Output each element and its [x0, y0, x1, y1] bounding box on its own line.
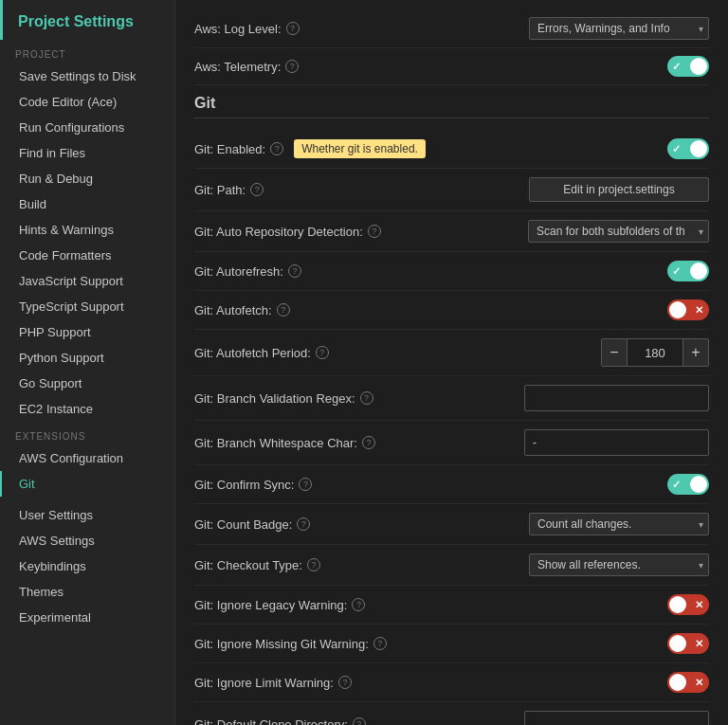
sidebar-item-javascript[interactable]: JavaScript Support: [0, 268, 174, 294]
git-branch-whitespace-label: Git: Branch Whitespace Char:: [194, 436, 357, 450]
main-content: Aws: Log Level: ? Errors, Warnings, and …: [175, 0, 728, 725]
toggle-knob: [669, 635, 686, 652]
git-enabled-tooltip: Whether git is enabled.: [294, 139, 426, 158]
git-section-header: Git: [194, 95, 709, 118]
git-auto-repo-dropdown-wrap: Scan for both subfolders of th ▾: [528, 220, 709, 243]
git-checkout-type-label: Git: Checkout Type:: [194, 558, 302, 572]
aws-telemetry-help-icon[interactable]: ?: [285, 60, 299, 73]
git-branch-validation-input[interactable]: [524, 385, 709, 411]
sidebar-section-project: PROJECT: [0, 40, 174, 63]
git-auto-repo-dropdown[interactable]: Scan for both subfolders of th: [528, 220, 709, 243]
git-branch-validation-help-icon[interactable]: ?: [360, 391, 373, 405]
toggle-knob: [669, 674, 686, 691]
git-default-clone-help-icon[interactable]: ?: [353, 717, 366, 725]
git-ignore-limit-toggle[interactable]: ✓ ✕: [667, 672, 709, 693]
git-checkout-type-help-icon[interactable]: ?: [307, 558, 320, 571]
sidebar-item-find-in-files[interactable]: Find in Files: [0, 140, 174, 166]
sidebar-item-hints-warnings[interactable]: Hints & Warnings: [0, 217, 174, 243]
git-count-badge-help-icon[interactable]: ?: [297, 517, 310, 531]
git-autofetch-period-help-icon[interactable]: ?: [316, 346, 329, 359]
toggle-knob: [690, 58, 707, 75]
sidebar-item-python[interactable]: Python Support: [0, 345, 174, 371]
git-autorefresh-toggle[interactable]: ✓ ✕: [667, 261, 709, 281]
toggle-check-icon: ✓: [672, 61, 681, 73]
git-autofetch-period-row: Git: Autofetch Period: ? − +: [194, 330, 709, 376]
git-branch-validation-label: Git: Branch Validation Regex:: [194, 391, 355, 406]
sidebar-item-code-formatters[interactable]: Code Formatters: [0, 243, 174, 268]
git-enabled-row: Git: Enabled: ? Whether git is enabled. …: [194, 130, 709, 169]
git-ignore-missing-row: Git: Ignore Missing Git Warning: ? ✓ ✕: [194, 625, 709, 663]
git-branch-whitespace-help-icon[interactable]: ?: [362, 436, 375, 449]
git-confirm-sync-help-icon[interactable]: ?: [299, 478, 312, 491]
git-autorefresh-help-icon[interactable]: ?: [288, 264, 301, 278]
sidebar-item-user-settings[interactable]: User Settings: [0, 502, 174, 528]
git-count-badge-dropdown-wrap: Count all changes. ▾: [529, 513, 709, 535]
aws-telemetry-toggle[interactable]: ✓ ✕: [667, 56, 709, 77]
sidebar-item-build[interactable]: Build: [0, 191, 174, 217]
toggle-check-icon: ✓: [672, 143, 681, 155]
git-default-clone-row: Git: Default Clone Directory: ?: [194, 702, 709, 725]
sidebar-item-go[interactable]: Go Support: [0, 371, 174, 396]
git-ignore-missing-help-icon[interactable]: ?: [373, 637, 387, 650]
git-path-help-icon[interactable]: ?: [250, 183, 264, 196]
aws-log-dropdown-wrap: Errors, Warnings, and Info ▾: [529, 17, 709, 40]
git-enabled-toggle[interactable]: ✓ ✕: [667, 138, 709, 159]
git-enabled-help-icon[interactable]: ?: [270, 142, 283, 155]
git-count-badge-dropdown[interactable]: Count all changes.: [529, 513, 709, 535]
git-ignore-legacy-toggle[interactable]: ✓ ✕: [667, 594, 709, 615]
git-branch-whitespace-row: Git: Branch Whitespace Char: ?: [194, 421, 709, 465]
git-enabled-label: Git: Enabled:: [194, 142, 265, 156]
aws-log-dropdown[interactable]: Errors, Warnings, and Info: [529, 17, 709, 40]
sidebar-item-aws-config[interactable]: AWS Configuration: [0, 445, 174, 471]
sidebar-item-git[interactable]: Git: [0, 471, 174, 497]
git-default-clone-label: Git: Default Clone Directory:: [194, 717, 348, 726]
git-checkout-dropdown-wrap: Show all references. ▾: [529, 553, 709, 576]
sidebar-item-code-editor[interactable]: Code Editor (Ace): [0, 89, 174, 115]
git-ignore-legacy-help-icon[interactable]: ?: [352, 598, 365, 611]
git-auto-repo-help-icon[interactable]: ?: [368, 225, 381, 238]
sidebar-item-php[interactable]: PHP Support: [0, 319, 174, 345]
git-autofetch-help-icon[interactable]: ?: [277, 303, 290, 317]
aws-log-help-icon[interactable]: ?: [286, 22, 300, 35]
aws-log-level-label: Aws: Log Level:: [194, 22, 282, 36]
toggle-x-icon: ✕: [695, 638, 703, 650]
git-ignore-limit-row: Git: Ignore Limit Warning: ? ✓ ✕: [194, 663, 709, 702]
git-checkout-dropdown[interactable]: Show all references.: [529, 553, 709, 576]
sidebar-item-save-settings[interactable]: Save Settings to Disk: [0, 63, 174, 89]
toggle-knob: [690, 263, 707, 280]
sidebar-title: Project Settings: [0, 0, 174, 40]
sidebar-item-keybindings[interactable]: Keybindings: [0, 553, 174, 579]
sidebar-item-experimental[interactable]: Experimental: [0, 605, 174, 630]
git-ignore-limit-help-icon[interactable]: ?: [338, 676, 352, 689]
git-branch-validation-row: Git: Branch Validation Regex: ?: [194, 376, 709, 421]
git-ignore-missing-toggle[interactable]: ✓ ✕: [667, 633, 709, 654]
toggle-knob: [690, 140, 707, 157]
git-autorefresh-row: Git: Autorefresh: ? ✓ ✕: [194, 252, 709, 291]
git-branch-whitespace-input[interactable]: [524, 429, 709, 456]
sidebar-item-typescript[interactable]: TypeScript Support: [0, 294, 174, 319]
toggle-x-icon: ✕: [695, 304, 703, 317]
sidebar-item-run-configurations[interactable]: Run Configurations: [0, 115, 174, 140]
git-count-badge-row: Git: Count Badge: ? Count all changes. ▾: [194, 504, 709, 545]
autofetch-period-decrease[interactable]: −: [602, 339, 627, 366]
git-count-badge-label: Git: Count Badge:: [194, 517, 292, 532]
git-ignore-legacy-label: Git: Ignore Legacy Warning:: [194, 598, 347, 612]
git-default-clone-input[interactable]: [524, 711, 709, 725]
git-confirm-sync-label: Git: Confirm Sync:: [194, 478, 294, 492]
sidebar-item-ec2[interactable]: EC2 Instance: [0, 396, 174, 422]
toggle-check-icon: ✓: [672, 265, 681, 278]
sidebar-item-run-debug[interactable]: Run & Debug: [0, 166, 174, 191]
git-confirm-sync-toggle[interactable]: ✓ ✕: [667, 474, 709, 495]
sidebar-item-aws-settings[interactable]: AWS Settings: [0, 528, 174, 553]
autofetch-period-input[interactable]: [627, 339, 683, 366]
git-autorefresh-label: Git: Autorefresh:: [194, 264, 283, 279]
toggle-x-icon: ✕: [695, 677, 703, 689]
git-autofetch-label: Git: Autofetch:: [194, 303, 272, 317]
git-autofetch-toggle[interactable]: ✓ ✕: [667, 299, 709, 320]
sidebar-section-extensions: EXTENSIONS: [0, 422, 174, 445]
edit-project-settings-button[interactable]: Edit in project.settings: [529, 177, 709, 202]
toggle-check-icon: ✓: [672, 479, 681, 491]
sidebar-item-themes[interactable]: Themes: [0, 579, 174, 605]
autofetch-period-increase[interactable]: +: [683, 339, 708, 366]
git-ignore-missing-label: Git: Ignore Missing Git Warning:: [194, 637, 369, 651]
